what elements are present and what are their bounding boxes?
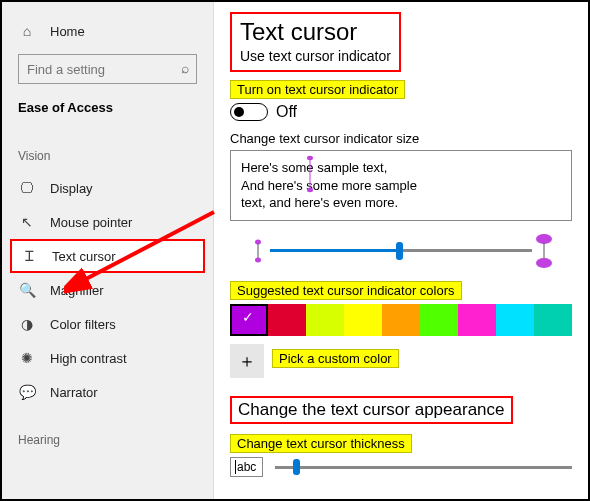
search-input[interactable] — [18, 54, 197, 84]
toggle-heading: Turn on text cursor indicator — [230, 80, 405, 99]
display-label: Display — [50, 181, 93, 196]
thickness-row: abc — [230, 457, 572, 477]
size-slider[interactable] — [230, 231, 572, 271]
sidebar-item-high-contrast[interactable]: ✺ High contrast — [2, 341, 213, 375]
preview-box: Here's some sample text, And here's some… — [230, 150, 572, 221]
toggle-state: Off — [276, 103, 297, 121]
magnifier-label: Magnifier — [50, 283, 103, 298]
swatch-orange[interactable] — [382, 304, 420, 336]
svg-point-0 — [307, 156, 313, 160]
swatch-green[interactable] — [420, 304, 458, 336]
sidebar-item-home[interactable]: ⌂ Home — [2, 14, 213, 48]
color-filters-icon: ◑ — [18, 316, 36, 332]
mouse-icon: ↖ — [18, 214, 36, 230]
preview-line2: And here's some more sample — [241, 178, 417, 193]
swatch-teal[interactable] — [534, 304, 572, 336]
sidebar: ⌂ Home ⌕ Ease of Access Vision 🖵 Display… — [2, 2, 214, 499]
add-custom-color-button[interactable]: ＋ — [230, 344, 264, 378]
size-label: Change text cursor indicator size — [230, 131, 572, 146]
slider-thumb[interactable] — [396, 242, 403, 260]
textcursor-label: Text cursor — [52, 249, 116, 264]
swatch-yellow[interactable] — [344, 304, 382, 336]
home-icon: ⌂ — [18, 23, 36, 39]
narrator-label: Narrator — [50, 385, 98, 400]
thickness-slider[interactable] — [275, 457, 572, 477]
sidebar-item-color-filters[interactable]: ◑ Color filters — [2, 307, 213, 341]
display-icon: 🖵 — [18, 180, 36, 196]
custom-color-row: ＋ Pick a custom color — [230, 344, 572, 378]
thickness-track — [275, 466, 572, 469]
page-subtitle: Use text cursor indicator — [240, 48, 391, 64]
svg-point-5 — [255, 257, 261, 262]
appearance-heading: Change the text cursor appearance — [230, 396, 513, 424]
mouse-label: Mouse pointer — [50, 215, 132, 230]
indicator-small-icon — [252, 239, 264, 263]
colors-heading: Suggested text cursor indicator colors — [230, 281, 462, 300]
svg-point-6 — [536, 234, 552, 244]
indicator-large-icon — [534, 233, 554, 269]
swatch-lime[interactable] — [306, 304, 344, 336]
inline-cursor-indicator — [305, 155, 315, 195]
slider-fill — [270, 249, 400, 252]
sidebar-item-display[interactable]: 🖵 Display — [2, 171, 213, 205]
indicator-toggle[interactable]: Off — [230, 103, 572, 121]
swatch-purple[interactable] — [230, 304, 268, 336]
thickness-thumb[interactable] — [293, 459, 300, 475]
vision-category: Vision — [2, 145, 213, 167]
plus-icon: ＋ — [238, 349, 256, 373]
narrator-icon: 💬 — [18, 384, 36, 400]
swatch-cyan[interactable] — [496, 304, 534, 336]
preview-line3: text, and here's even more. — [241, 195, 398, 210]
search-wrap: ⌕ — [18, 54, 197, 84]
swatch-magenta[interactable] — [458, 304, 496, 336]
thickness-heading: Change text cursor thickness — [230, 434, 412, 453]
ease-of-access-header: Ease of Access — [2, 94, 213, 121]
toggle-switch[interactable] — [230, 103, 268, 121]
svg-point-8 — [536, 258, 552, 268]
svg-point-3 — [255, 239, 261, 244]
main-panel: Text cursor Use text cursor indicator Tu… — [214, 2, 588, 499]
svg-point-2 — [307, 188, 313, 192]
home-label: Home — [50, 24, 85, 39]
cursor-icon: Ꮖ — [20, 248, 38, 265]
color-swatches — [230, 304, 572, 336]
sidebar-item-text-cursor[interactable]: Ꮖ Text cursor — [10, 239, 205, 273]
swatch-red[interactable] — [268, 304, 306, 336]
search-icon: ⌕ — [181, 60, 189, 76]
sidebar-item-magnifier[interactable]: 🔍 Magnifier — [2, 273, 213, 307]
page-title: Text cursor — [240, 18, 391, 46]
colorfilters-label: Color filters — [50, 317, 116, 332]
thickness-preview: abc — [230, 457, 263, 477]
custom-color-label: Pick a custom color — [272, 349, 399, 368]
sidebar-item-mouse-pointer[interactable]: ↖ Mouse pointer — [2, 205, 213, 239]
high-contrast-icon: ✺ — [18, 350, 36, 366]
hearing-category: Hearing — [2, 429, 213, 451]
highcontrast-label: High contrast — [50, 351, 127, 366]
title-box: Text cursor Use text cursor indicator — [230, 12, 401, 72]
sidebar-item-narrator[interactable]: 💬 Narrator — [2, 375, 213, 409]
magnifier-icon: 🔍 — [18, 282, 36, 298]
